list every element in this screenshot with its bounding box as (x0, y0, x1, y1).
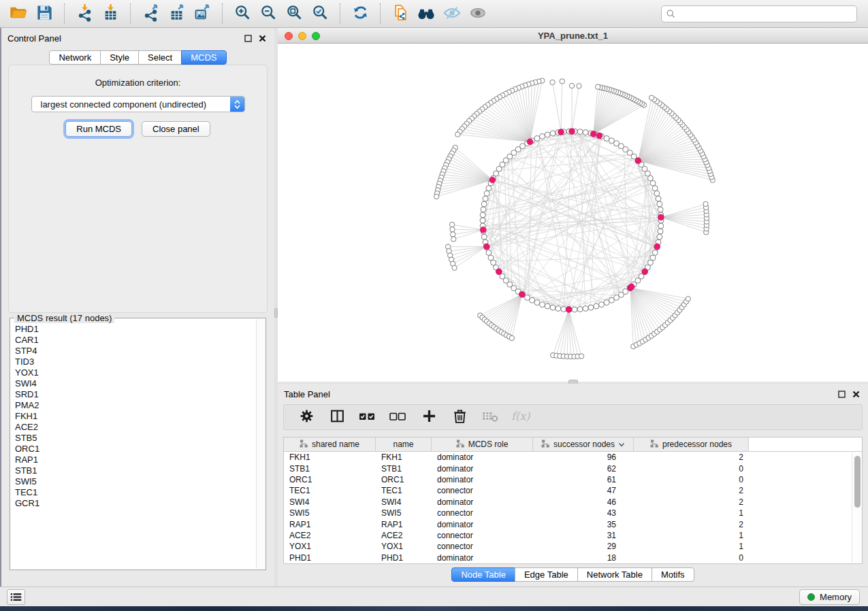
memory-button[interactable]: Memory (799, 589, 860, 605)
mcds-result-item[interactable]: FKH1 (15, 411, 255, 422)
delete-column-button[interactable] (451, 408, 468, 426)
import-table-button[interactable] (99, 3, 122, 24)
column-split-button[interactable] (328, 408, 346, 426)
close-panel-icon[interactable] (259, 34, 266, 44)
table-toolbar: f(x) (283, 404, 863, 430)
table-cell: 2 (634, 486, 749, 495)
network-window-titlebar[interactable]: YPA_prune.txt_1 (278, 28, 868, 44)
table-row[interactable]: SWI4SWI4dominator462 (284, 497, 862, 508)
mcds-result-item[interactable]: SWI4 (15, 378, 255, 389)
select-all-icon (358, 408, 377, 427)
show-all-button[interactable] (466, 3, 489, 24)
mcds-result-item[interactable]: CAR1 (15, 335, 255, 346)
table-cell: STB1 (376, 464, 432, 474)
tab-motifs[interactable]: Motifs (652, 567, 694, 582)
close-panel-icon[interactable] (852, 390, 860, 400)
hide-selected-button[interactable] (440, 3, 464, 24)
table-panel-title: Table Panel (284, 389, 330, 399)
table-row[interactable]: SWI5SWI5connector431 (284, 508, 862, 518)
table-cell: 0 (634, 475, 749, 484)
column-header-predecessor-nodes[interactable]: predecessor nodes (634, 437, 749, 451)
search-icon (666, 9, 676, 21)
table-row[interactable]: STB1STB1dominator620 (284, 463, 862, 474)
mcds-result-scrollbar[interactable] (256, 319, 265, 569)
table-cell: ACE2 (284, 531, 376, 540)
table-cell: connector (432, 486, 533, 495)
first-neighbors-button[interactable] (415, 3, 438, 24)
export-image-button[interactable] (191, 3, 214, 24)
mcds-result-item[interactable]: STB5 (15, 433, 255, 444)
select-all-button[interactable] (359, 408, 376, 426)
search-input[interactable] (661, 5, 857, 22)
mcds-result-item[interactable]: GCR1 (15, 498, 255, 509)
table-row[interactable]: FKH1FKH1dominator962 (284, 452, 862, 463)
table-row[interactable]: ACE2ACE2connector311 (284, 530, 862, 541)
float-panel-icon[interactable] (838, 390, 846, 400)
export-table-button[interactable] (165, 3, 188, 24)
network-canvas[interactable] (278, 44, 868, 382)
column-header-successor-nodes[interactable]: successor nodes (533, 437, 634, 451)
zoom-out-icon (259, 3, 278, 24)
mcds-result-item[interactable]: ACE2 (15, 422, 255, 433)
zoom-in-button[interactable] (231, 3, 254, 24)
run-mcds-button[interactable]: Run MCDS (65, 121, 132, 137)
add-column-button[interactable] (420, 408, 438, 426)
table-row[interactable]: TEC1TEC1connector472 (284, 485, 862, 496)
table-cell: dominator (432, 497, 533, 507)
mcds-result-item[interactable]: RAP1 (15, 455, 255, 465)
tab-network-table[interactable]: Network Table (577, 567, 652, 582)
column-header-name[interactable]: name (376, 437, 432, 451)
table-cell: 18 (533, 553, 634, 563)
mcds-result-item[interactable]: SWI5 (15, 476, 255, 487)
mcds-result-list: PHD1CAR1STP4TID3YOX1SWI4SRD1PMA2FKH1ACE2… (12, 320, 255, 568)
table-row[interactable]: PHD1PHD1dominator180 (284, 552, 862, 563)
network-from-selection-icon (391, 3, 410, 24)
refresh-button[interactable] (349, 3, 372, 24)
zoom-fit-button[interactable] (283, 3, 306, 24)
tab-edge-table[interactable]: Edge Table (515, 567, 578, 582)
table-row[interactable]: YOX1YOX1connector291 (284, 541, 862, 552)
optimization-criterion-select[interactable]: largest connected component (undirected) (31, 96, 245, 112)
mcds-result-item[interactable]: STB1 (15, 465, 255, 476)
mcds-result-item[interactable]: TID3 (15, 357, 255, 367)
toolbar-separator (340, 3, 340, 24)
column-header-MCDS-role[interactable]: MCDS role (432, 437, 533, 451)
mcds-result-box: MCDS result (17 nodes) PHD1CAR1STP4TID3Y… (10, 318, 266, 570)
mcds-result-item[interactable]: SRD1 (15, 389, 255, 400)
control-panel-header: Control Panel (1, 28, 274, 47)
table-settings-button[interactable] (298, 408, 315, 426)
mcds-result-item[interactable]: STP4 (15, 346, 255, 357)
column-header-shared-name[interactable]: shared name (284, 437, 376, 451)
float-panel-icon[interactable] (244, 34, 252, 44)
export-network-button[interactable] (139, 3, 162, 24)
toolbar-separator (222, 3, 223, 24)
mcds-result-item[interactable]: YOX1 (15, 367, 255, 378)
panel-list-button[interactable] (7, 589, 25, 605)
mcds-result-item[interactable]: PHD1 (15, 324, 255, 335)
close-panel-button[interactable]: Close panel (142, 121, 210, 137)
network-from-selection-button[interactable] (389, 3, 412, 24)
tab-style[interactable]: Style (100, 50, 139, 65)
deselect-all-button[interactable] (389, 408, 407, 426)
mcds-result-item[interactable]: ORC1 (15, 444, 255, 455)
table-row[interactable]: ORC1ORC1dominator610 (284, 474, 862, 485)
zoom-out-button[interactable] (257, 3, 280, 24)
import-network-button[interactable] (73, 3, 96, 24)
control-panel-title: Control Panel (7, 33, 61, 44)
mcds-result-item[interactable]: TEC1 (15, 487, 255, 498)
tab-mcds[interactable]: MCDS (181, 50, 226, 65)
tab-select[interactable]: Select (138, 50, 182, 65)
zoom-selected-button[interactable] (308, 3, 332, 24)
table-scrollbar[interactable] (852, 452, 862, 563)
table-cell: 96 (533, 452, 634, 462)
mcds-result-item[interactable]: PMA2 (15, 400, 255, 411)
table-row[interactable]: RAP1RAP1dominator352 (284, 518, 862, 529)
open-file-button[interactable] (7, 3, 30, 24)
tab-network[interactable]: Network (49, 50, 101, 65)
tab-node-table[interactable]: Node Table (451, 567, 515, 582)
save-session-button[interactable] (33, 3, 56, 24)
table-cell: 46 (533, 497, 634, 507)
table-cell: 1 (634, 531, 749, 540)
column-label: predecessor nodes (662, 440, 732, 449)
scrollbar-thumb[interactable] (854, 456, 861, 508)
